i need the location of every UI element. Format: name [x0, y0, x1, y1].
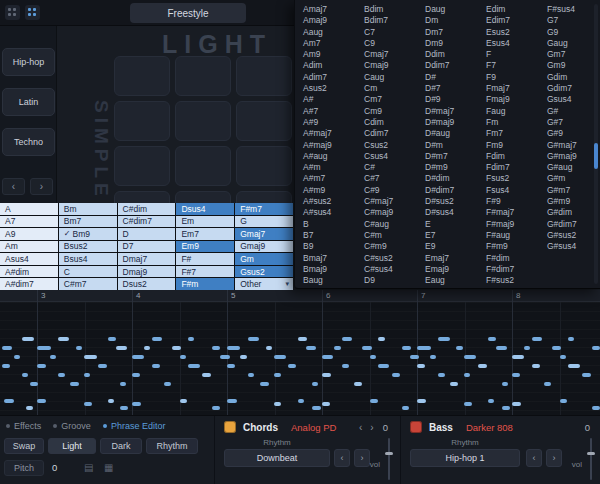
- midi-note[interactable]: [322, 402, 330, 406]
- midi-note[interactable]: [592, 406, 600, 410]
- pad[interactable]: [236, 191, 292, 203]
- midi-note[interactable]: [274, 373, 281, 377]
- midi-note[interactable]: [164, 382, 171, 386]
- midi-note[interactable]: [354, 382, 362, 386]
- popup-chord-d#sus4[interactable]: D#sus4: [425, 207, 486, 218]
- midi-note[interactable]: [592, 346, 600, 350]
- pad[interactable]: [175, 146, 231, 186]
- popup-chord-fdim7[interactable]: Fdim7: [486, 162, 547, 173]
- popup-chord-b9[interactable]: B9: [303, 241, 364, 252]
- midi-note[interactable]: [2, 364, 10, 368]
- piano-roll[interactable]: [0, 302, 600, 415]
- midi-note[interactable]: [464, 402, 472, 406]
- popup-chord-d#[interactable]: D#: [425, 72, 486, 83]
- midi-note[interactable]: [298, 399, 304, 403]
- popup-chord-d#maj7[interactable]: D#maj7: [425, 106, 486, 117]
- popup-chord-c9[interactable]: C9: [364, 38, 425, 49]
- chord-cell-f#[interactable]: F#: [176, 253, 234, 265]
- bass-preset[interactable]: Darker 808: [466, 422, 513, 433]
- midi-note[interactable]: [464, 355, 476, 359]
- midi-note[interactable]: [560, 399, 567, 403]
- popup-chord-dm7[interactable]: Dm7: [425, 27, 486, 38]
- popup-chord-fm7[interactable]: Fm7: [486, 128, 547, 139]
- popup-chord-dm9[interactable]: Dm9: [425, 38, 486, 49]
- popup-chord-d#sus2[interactable]: D#sus2: [425, 196, 486, 207]
- midi-note[interactable]: [227, 399, 237, 403]
- midi-note[interactable]: [552, 346, 561, 350]
- popup-chord-adim[interactable]: Adim: [303, 60, 364, 71]
- popup-chord-a#sus4[interactable]: A#sus4: [303, 207, 364, 218]
- midi-note[interactable]: [312, 382, 318, 386]
- popup-chord-edim[interactable]: Edim: [486, 4, 547, 15]
- midi-note[interactable]: [402, 406, 409, 410]
- midi-note[interactable]: [502, 406, 510, 410]
- popup-chord-cm[interactable]: Cm: [364, 83, 425, 94]
- popup-chord-fdim[interactable]: Fdim: [486, 151, 547, 162]
- midi-note[interactable]: [512, 373, 520, 377]
- midi-note[interactable]: [248, 373, 254, 377]
- midi-note[interactable]: [532, 364, 540, 368]
- midi-note[interactable]: [524, 346, 530, 350]
- genre-techno-button[interactable]: Techno: [2, 128, 55, 156]
- popup-chord-d#m[interactable]: D#m: [425, 140, 486, 151]
- chord-cell-a#dim[interactable]: A#dim: [0, 266, 58, 278]
- midi-note[interactable]: [26, 406, 33, 410]
- midi-note[interactable]: [342, 337, 352, 341]
- midi-note[interactable]: [502, 382, 508, 386]
- popup-chord-csus2[interactable]: Csus2: [364, 140, 425, 151]
- popup-chord-g9[interactable]: G9: [547, 27, 600, 38]
- popup-chord-d#m7[interactable]: D#m7: [425, 151, 486, 162]
- popup-chord-a#sus2[interactable]: A#sus2: [303, 196, 364, 207]
- midi-note[interactable]: [560, 355, 566, 359]
- popup-chord-e9[interactable]: E9: [425, 241, 486, 252]
- midi-note[interactable]: [84, 373, 90, 377]
- midi-note[interactable]: [488, 337, 496, 341]
- rhythm-button[interactable]: Rhythm: [146, 438, 198, 454]
- midi-note[interactable]: [212, 346, 220, 350]
- midi-note[interactable]: [456, 346, 463, 350]
- popup-chord-amaj9[interactable]: Amaj9: [303, 15, 364, 26]
- volume-slider[interactable]: [388, 438, 390, 480]
- popup-chord-g7[interactable]: G7: [547, 15, 600, 26]
- midi-note[interactable]: [180, 399, 187, 403]
- popup-chord-c#9[interactable]: C#9: [364, 185, 425, 196]
- chord-cell-gmaj7[interactable]: Gmaj7: [235, 228, 293, 240]
- popup-chord-gdim7[interactable]: Gdim7: [547, 83, 600, 94]
- chord-cell-c#dim7[interactable]: C#dim7: [118, 216, 176, 228]
- pad[interactable]: [114, 146, 170, 186]
- midi-note[interactable]: [188, 364, 200, 368]
- midi-note[interactable]: [116, 346, 127, 350]
- popup-chord-f#aug[interactable]: F#aug: [486, 230, 547, 241]
- midi-note[interactable]: [478, 364, 487, 368]
- midi-note[interactable]: [58, 373, 65, 377]
- midi-note[interactable]: [227, 364, 235, 368]
- popup-chord-g#aug[interactable]: G#aug: [547, 162, 600, 173]
- popup-chord-a#maj7[interactable]: A#maj7: [303, 128, 364, 139]
- popup-chord-c#maj9[interactable]: C#maj9: [364, 207, 425, 218]
- chord-cell-am[interactable]: Am: [0, 241, 58, 253]
- midi-note[interactable]: [512, 355, 524, 359]
- popup-chord-gm9[interactable]: Gm9: [547, 60, 600, 71]
- pad-view-icon[interactable]: [25, 5, 40, 20]
- bass-pattern-button[interactable]: Hip-hop 1: [410, 449, 520, 467]
- popup-chord-c#maj7[interactable]: C#maj7: [364, 196, 425, 207]
- midi-note[interactable]: [438, 373, 445, 377]
- midi-note[interactable]: [70, 382, 79, 386]
- popup-chord-eaug[interactable]: Eaug: [425, 275, 486, 286]
- popup-chord-faug[interactable]: Faug: [486, 106, 547, 117]
- popup-chord-cmaj9[interactable]: Cmaj9: [364, 60, 425, 71]
- midi-note[interactable]: [274, 402, 281, 406]
- pitch-button[interactable]: Pitch: [4, 460, 44, 476]
- popup-chord-c#aug[interactable]: C#aug: [364, 219, 425, 230]
- popup-chord-c#sus2[interactable]: C#sus2: [364, 253, 425, 264]
- popup-chord-b7[interactable]: B7: [303, 230, 364, 241]
- popup-chord-esus2[interactable]: Esus2: [486, 27, 547, 38]
- chord-cell-dsus2[interactable]: Dsus2: [118, 278, 176, 290]
- midi-note[interactable]: [288, 364, 296, 368]
- midi-note[interactable]: [120, 406, 128, 410]
- midi-note[interactable]: [544, 382, 551, 386]
- popup-chord-bmaj7[interactable]: Bmaj7: [303, 253, 364, 264]
- popup-chord-emaj9[interactable]: Emaj9: [425, 264, 486, 275]
- midi-note[interactable]: [260, 382, 269, 386]
- midi-note[interactable]: [306, 346, 316, 350]
